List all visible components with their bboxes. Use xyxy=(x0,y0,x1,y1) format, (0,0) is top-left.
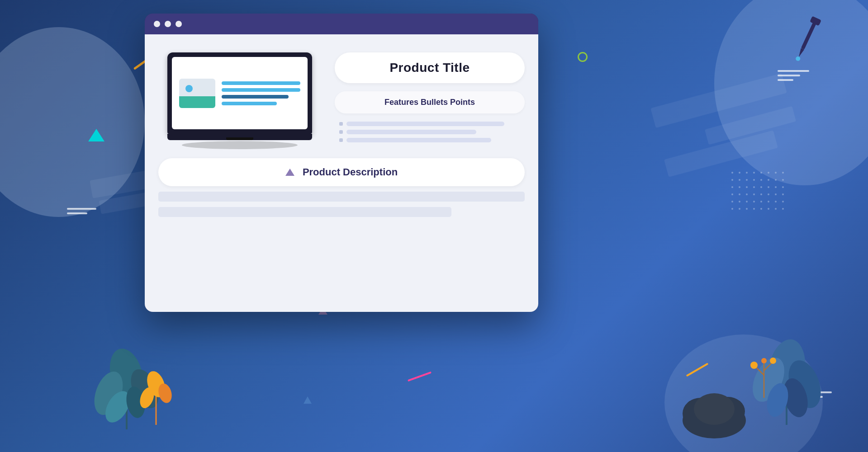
dash-group-top-right xyxy=(778,70,809,81)
laptop-shadow xyxy=(182,141,298,149)
feature-line-row-2 xyxy=(339,130,525,134)
cloud-dark xyxy=(678,384,750,438)
traffic-light-1 xyxy=(154,21,160,27)
screen-line-1 xyxy=(222,81,300,85)
traffic-light-2 xyxy=(165,21,171,27)
features-title-box: Features Bullets Points xyxy=(335,91,525,113)
features-bullet-lines xyxy=(335,122,525,142)
bottom-section: Product Description xyxy=(158,158,525,217)
bullet-1 xyxy=(339,122,343,126)
feature-line-row-1 xyxy=(339,122,525,126)
desc-line-1 xyxy=(158,192,525,202)
browser-window: Product Title Features Bullets Points xyxy=(145,14,538,312)
orange-plant-left xyxy=(136,366,176,425)
cyan-triangle-icon xyxy=(88,129,104,141)
product-title-box: Product Title xyxy=(335,52,525,83)
orange-berries-right xyxy=(750,353,778,398)
product-info: Product Title Features Bullets Points xyxy=(335,48,525,142)
dots-pattern xyxy=(731,172,787,212)
svg-point-23 xyxy=(750,362,758,369)
browser-content: Product Title Features Bullets Points xyxy=(145,34,538,312)
laptop-screen-inner xyxy=(172,57,308,129)
svg-point-25 xyxy=(761,358,767,363)
svg-point-29 xyxy=(694,393,735,425)
browser-titlebar xyxy=(145,14,538,34)
screen-line-4 xyxy=(222,102,277,105)
screen-product-image xyxy=(179,79,215,108)
svg-point-3 xyxy=(795,56,801,61)
bullet-2 xyxy=(339,130,343,134)
feature-bar-1 xyxy=(346,122,504,126)
traffic-light-3 xyxy=(175,21,182,27)
laptop xyxy=(167,52,312,149)
desc-line-2 xyxy=(158,207,451,217)
svg-rect-2 xyxy=(810,16,821,26)
screen-lines xyxy=(222,81,300,105)
features-title-text: Features Bullets Points xyxy=(384,98,475,107)
laptop-base xyxy=(167,134,312,140)
green-circle-decoration xyxy=(578,52,588,62)
feature-bar-2 xyxy=(346,130,476,134)
bullet-3 xyxy=(339,138,343,142)
svg-marker-30 xyxy=(304,396,312,404)
laptop-screen-outer xyxy=(167,52,312,134)
blue-triangle-deco xyxy=(304,396,312,405)
svg-marker-1 xyxy=(797,48,804,58)
laptop-illustration xyxy=(158,48,321,149)
screen-line-2 xyxy=(222,88,300,92)
description-box: Product Description xyxy=(158,158,525,186)
product-description-text: Product Description xyxy=(303,166,398,178)
svg-point-24 xyxy=(770,358,776,364)
triangle-icon xyxy=(285,169,294,176)
feature-line-row-3 xyxy=(339,138,525,142)
dash-group-left xyxy=(67,208,96,214)
feature-bar-3 xyxy=(346,138,491,142)
product-title-text: Product Title xyxy=(389,61,470,75)
top-section: Product Title Features Bullets Points xyxy=(158,48,525,149)
screen-line-3 xyxy=(222,95,289,99)
